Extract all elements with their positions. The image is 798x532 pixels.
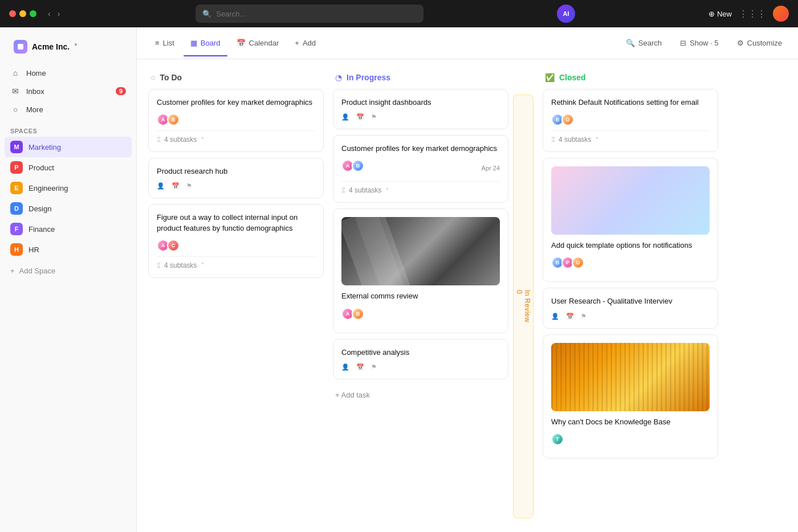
avatar: O xyxy=(561,113,574,126)
column-header-closed: ✅ Closed xyxy=(543,73,718,82)
topbar-search[interactable]: 🔍 xyxy=(196,5,424,23)
column-closed: ✅ Closed Rethink Default Notifications s… xyxy=(543,73,718,518)
flag-icon: ⚑ xyxy=(186,182,192,190)
add-space-button[interactable]: + Add Space xyxy=(0,262,136,280)
customize-button[interactable]: ⚙ Customize xyxy=(732,35,787,51)
board-area: ○ To Do Customer profiles for key market… xyxy=(137,59,798,532)
calendar-meta-icon: 📅 xyxy=(566,313,574,320)
subtasks-row: ⑄ 4 subtasks ˅ xyxy=(341,181,500,194)
in-review-bar: In Review 0 xyxy=(513,95,534,518)
search-input[interactable] xyxy=(216,10,417,18)
workspace-name[interactable]: Acme Inc. ˅ xyxy=(9,36,127,57)
card-c6[interactable]: External comms review A B xyxy=(333,208,508,333)
forward-button[interactable]: › xyxy=(55,8,63,19)
sidebar-item-design[interactable]: D Design xyxy=(5,198,132,219)
search-button[interactable]: 🔍 Search xyxy=(621,35,666,51)
chevron-icon: ˅ xyxy=(386,187,389,194)
subtasks-icon: ⑄ xyxy=(551,136,555,144)
list-icon: ≡ xyxy=(155,39,160,47)
finance-dot: F xyxy=(10,223,23,235)
grid-icon[interactable]: ⋮⋮⋮ xyxy=(739,9,766,19)
card-avatars: T xyxy=(551,433,710,445)
search-icon: 🔍 xyxy=(202,10,211,18)
show-button[interactable]: ⊟ Show · 5 xyxy=(675,35,723,51)
product-dot: P xyxy=(10,161,23,174)
sidebar-item-home[interactable]: ⌂ Home xyxy=(5,64,132,82)
user-avatar[interactable] xyxy=(773,6,789,22)
card-avatars: A B xyxy=(157,113,315,126)
inprogress-cards: Product insight dashboards 👤 📅 ⚑ Custome… xyxy=(333,89,508,405)
card-c4[interactable]: Product insight dashboards 👤 📅 ⚑ xyxy=(333,89,508,129)
in-review-label: In Review 0 xyxy=(515,283,531,329)
card-meta: 👤 📅 ⚑ xyxy=(341,113,500,121)
sidebar-item-marketing[interactable]: M Marketing xyxy=(5,137,132,157)
card-c1[interactable]: Customer profiles for key market demogra… xyxy=(148,89,324,152)
plus-icon: + xyxy=(10,267,15,275)
engineering-dot: E xyxy=(10,182,23,194)
calendar-meta-icon: 📅 xyxy=(356,113,364,121)
in-review-column: In Review 0 xyxy=(513,95,534,518)
chevron-down-icon: ˅ xyxy=(74,43,78,51)
card-avatars: A B xyxy=(341,308,500,320)
tab-calendar[interactable]: 📅 Calendar xyxy=(230,34,286,52)
topbar: ‹ › 🔍 AI ⊕ New ⋮⋮⋮ xyxy=(0,0,798,27)
card-c5[interactable]: Customer profiles for key market demogra… xyxy=(333,135,508,203)
card-avatars: B O xyxy=(551,113,710,126)
flag-icon: ⚑ xyxy=(581,313,587,320)
subtasks-row: ⑄ 4 subtasks ˅ xyxy=(157,256,315,269)
subtasks-icon: ⑄ xyxy=(157,261,161,269)
sidebar-item-product[interactable]: P Product xyxy=(5,157,132,178)
card-c9[interactable]: Add quick template options for notificat… xyxy=(543,158,718,282)
avatar: T xyxy=(551,433,564,445)
avatar: B xyxy=(352,308,364,320)
new-button[interactable]: ⊕ New xyxy=(709,10,732,18)
closed-icon: ✅ xyxy=(545,73,555,82)
more-icon: ○ xyxy=(10,105,21,114)
home-icon: ⌂ xyxy=(10,68,21,77)
avatar: B xyxy=(167,113,180,126)
tab-list[interactable]: ≡ List xyxy=(148,34,181,52)
avatar: B xyxy=(352,159,364,172)
card-image xyxy=(551,166,710,235)
sidebar-item-hr[interactable]: H HR xyxy=(5,239,132,260)
new-icon: ⊕ xyxy=(709,10,715,18)
sidebar-item-more[interactable]: ○ More xyxy=(5,100,132,118)
column-header-inprogress: ◔ In Progress xyxy=(333,73,508,82)
sidebar-item-finance[interactable]: F Finance xyxy=(5,219,132,239)
calendar-icon: 📅 xyxy=(237,39,246,47)
ai-badge[interactable]: AI xyxy=(557,5,575,23)
inprogress-section: ◔ In Progress Product insight dashboards… xyxy=(333,73,534,518)
card-c10[interactable]: User Research - Qualitative Interviev 👤 … xyxy=(543,288,718,328)
card-c7[interactable]: Competitive analysis 👤 📅 ⚑ xyxy=(333,339,508,379)
chevron-icon: ˅ xyxy=(596,137,598,143)
add-task-button[interactable]: + Add task xyxy=(333,385,508,405)
sidebar-item-inbox[interactable]: ✉ Inbox 9 xyxy=(5,82,132,100)
gear-icon: ⚙ xyxy=(737,39,744,47)
main-content: ≡ List ▦ Board 📅 Calendar + Add 🔍 Search xyxy=(137,27,798,532)
avatar: O xyxy=(572,256,584,269)
card-image xyxy=(551,343,710,411)
filter-icon: ⊟ xyxy=(680,39,686,47)
close-dot[interactable] xyxy=(9,10,16,17)
board-icon: ▦ xyxy=(190,39,197,47)
tab-board[interactable]: ▦ Board xyxy=(184,34,227,52)
maximize-dot[interactable] xyxy=(30,10,36,17)
card-c8[interactable]: Rethink Default Notifications setting fo… xyxy=(543,89,718,152)
back-button[interactable]: ‹ xyxy=(46,8,53,19)
card-c3[interactable]: Figure out a way to collect internal inp… xyxy=(148,204,324,277)
sidebar-item-engineering[interactable]: E Engineering xyxy=(5,178,132,198)
card-c11[interactable]: Why can't Docs be Knowledge Base T xyxy=(543,334,718,459)
subtasks-row: ⑄ 4 subtasks ˅ xyxy=(551,130,710,144)
card-meta: 👤 📅 ⚑ xyxy=(341,363,500,371)
sidebar-nav: ⌂ Home ✉ Inbox 9 ○ More xyxy=(0,62,136,121)
design-dot: D xyxy=(10,202,23,215)
subtasks-row: ⑄ 4 subtasks ˅ xyxy=(157,130,315,144)
minimize-dot[interactable] xyxy=(19,10,26,17)
card-avatars: A C xyxy=(157,239,315,252)
assignee-icon: 👤 xyxy=(341,113,349,121)
tab-add[interactable]: + Add xyxy=(288,34,323,52)
calendar-meta-icon: 📅 xyxy=(172,182,180,190)
topbar-right: ⊕ New ⋮⋮⋮ xyxy=(709,6,789,22)
card-c2[interactable]: Product research hub 👤 📅 ⚑ xyxy=(148,158,324,198)
add-tab-icon: + xyxy=(295,39,299,47)
